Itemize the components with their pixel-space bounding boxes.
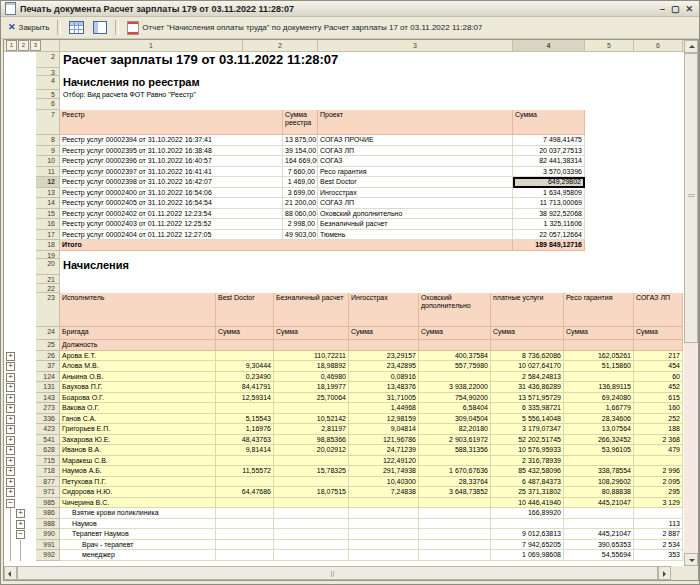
row-header-19[interactable]: 19 [36, 251, 60, 259]
amount-cell[interactable] [274, 519, 349, 530]
amount-cell[interactable]: 84,41791 [216, 382, 274, 393]
amount-cell[interactable] [564, 508, 634, 519]
amount-cell[interactable]: 1,66779 [564, 403, 634, 414]
row-header-4[interactable]: 4 [36, 76, 60, 90]
amount-cell[interactable]: 110,72211 [274, 351, 349, 362]
amount-cell[interactable] [216, 540, 274, 551]
registry-sum-cell[interactable]: 2 998,00 [283, 219, 318, 230]
row-header-718[interactable]: 718 [36, 466, 60, 477]
row-header-6[interactable]: 6 [36, 99, 60, 110]
amount-cell[interactable]: 2 534 [634, 540, 683, 551]
expand-group-button[interactable]: + [16, 520, 25, 529]
group-level-button-3[interactable]: 3 [30, 40, 41, 51]
amount-cell[interactable] [419, 550, 491, 561]
row-header-11[interactable]: 11 [36, 167, 60, 178]
accrual-column-header[interactable]: СОГАЗ ЛП [634, 293, 683, 327]
amount-cell[interactable] [216, 519, 274, 530]
executor-name-cell[interactable]: Петухова П.Г. [60, 477, 216, 488]
amount-cell[interactable]: 162,05261 [564, 351, 634, 362]
amount-cell[interactable]: 2 903,61972 [419, 435, 491, 446]
amount-cell[interactable]: 2 996 [634, 466, 683, 477]
expand-group-button[interactable]: + [6, 467, 15, 476]
amount-cell[interactable] [274, 508, 349, 519]
amount-cell[interactable] [274, 498, 349, 509]
row-header-124[interactable]: 124 [36, 372, 60, 383]
executor-name-cell[interactable]: Алова М.В. [60, 361, 216, 372]
accrual-column-header[interactable]: Оховский дополнительно [419, 293, 491, 327]
row-header-22[interactable]: 22 [36, 284, 60, 293]
column-header-1[interactable]: 1 [60, 40, 243, 52]
amount-cell[interactable]: 2,81197 [274, 424, 349, 435]
amount-cell[interactable] [419, 508, 491, 519]
executor-name-cell[interactable]: Взятие крови поликлиника [60, 508, 216, 519]
amount-cell[interactable]: 31,71005 [349, 393, 419, 404]
close-window-button[interactable]: ✕ [685, 4, 693, 14]
row-header-20[interactable]: 20 [36, 259, 60, 275]
amount-cell[interactable]: 266,32452 [564, 435, 634, 446]
sum-subheader[interactable]: Сумма [634, 327, 683, 340]
amount-cell[interactable]: 6,58404 [419, 403, 491, 414]
row-header-13[interactable]: 13 [36, 188, 60, 199]
amount-cell[interactable]: 98,85366 [274, 435, 349, 446]
amount-cell[interactable] [491, 519, 564, 530]
amount-cell[interactable]: 252 [634, 414, 683, 425]
row-header-12[interactable]: 12 [36, 177, 60, 188]
amount-cell[interactable]: 10,40300 [349, 477, 419, 488]
expand-group-button[interactable]: + [6, 394, 15, 403]
registry-name-cell[interactable]: Реестр услуг 00002398 от 31.10.2022 16:4… [60, 177, 283, 188]
amount-cell[interactable]: 8 736,62086 [491, 351, 564, 362]
registry-column-header[interactable]: Сумма реестра [283, 110, 318, 135]
registry-sum-cell[interactable]: 39 154,00 [283, 146, 318, 157]
amount-cell[interactable]: 15,78325 [274, 466, 349, 477]
amount-cell[interactable]: 588,31356 [419, 445, 491, 456]
sum-subheader[interactable]: Сумма [216, 327, 274, 340]
executor-name-cell[interactable]: Баухова П.Г. [60, 382, 216, 393]
amount-cell[interactable]: 754,90200 [419, 393, 491, 404]
expand-group-button[interactable]: + [6, 436, 15, 445]
amount-cell[interactable]: 64,47686 [216, 487, 274, 498]
amount-cell[interactable]: 28,33764 [419, 477, 491, 488]
row-header-3[interactable]: 3 [36, 68, 60, 76]
row-header-5[interactable]: 5 [36, 90, 60, 99]
amount-cell[interactable]: 295 [634, 487, 683, 498]
amount-cell[interactable] [274, 540, 349, 551]
amount-cell[interactable] [216, 550, 274, 561]
row-header-15[interactable]: 15 [36, 209, 60, 220]
executor-name-cell[interactable]: Маракеш С.В. [60, 456, 216, 467]
expand-group-button[interactable]: + [6, 383, 15, 392]
executor-name-cell[interactable]: Наумов [60, 519, 216, 530]
amount-cell[interactable]: 60 [634, 372, 683, 383]
executor-name-cell[interactable]: Григорьев Е.П. [60, 424, 216, 435]
amount-cell[interactable]: 2 095 [634, 477, 683, 488]
registry-column-header[interactable]: Реестр [60, 110, 283, 135]
amount-cell[interactable]: 13,48376 [349, 382, 419, 393]
amount-cell[interactable]: 2 368 [634, 435, 683, 446]
registry-sum-cell[interactable]: 13 875,00 [283, 135, 318, 146]
row-header-273[interactable]: 273 [36, 403, 60, 414]
amount-cell[interactable]: 23,42895 [349, 361, 419, 372]
amount-cell[interactable] [349, 540, 419, 551]
collapse-group-button[interactable]: − [6, 499, 15, 508]
amount-cell[interactable] [419, 498, 491, 509]
amount-cell[interactable] [349, 508, 419, 519]
filter-description[interactable]: Отбор: Вид расчета ФОТ Равно "Реестр" [60, 90, 198, 99]
executor-name-cell[interactable]: Вакова О.Г. [60, 403, 216, 414]
amount-cell[interactable] [274, 456, 349, 467]
amount-cell[interactable]: 28,34606 [564, 414, 634, 425]
amount-cell[interactable]: 7,24838 [349, 487, 419, 498]
position-subheader[interactable]: Должность [60, 340, 216, 351]
registry-sum-cell[interactable]: 88 060,00 [283, 209, 318, 220]
project-cell[interactable]: СОГАЗ ЛП [318, 146, 513, 157]
row-header-25[interactable]: 25 [36, 340, 60, 351]
expand-group-button[interactable]: + [6, 404, 15, 413]
amount-cell[interactable]: 454 [634, 361, 683, 372]
amount-cell[interactable] [419, 372, 491, 383]
amount-cell[interactable]: 5,15543 [216, 414, 274, 425]
expand-group-button[interactable]: + [6, 457, 15, 466]
accrual-column-header[interactable]: платные услуги [491, 293, 564, 327]
amount-cell[interactable]: 452 [634, 382, 683, 393]
total-label-cell[interactable]: Итого [60, 240, 513, 251]
empty-subheader[interactable] [564, 340, 634, 351]
sum-cell[interactable]: 20 037,27513 [513, 146, 585, 157]
amount-cell[interactable]: 400,37584 [419, 351, 491, 362]
